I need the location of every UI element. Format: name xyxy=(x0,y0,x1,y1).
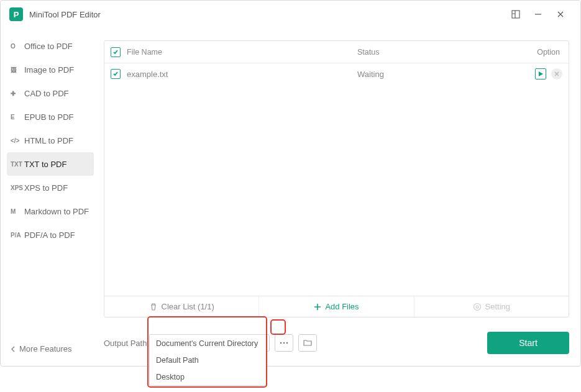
more-features-link[interactable]: More Features xyxy=(7,338,94,360)
svg-point-4 xyxy=(280,342,282,344)
svg-point-3 xyxy=(473,303,480,310)
open-folder-button[interactable] xyxy=(298,334,317,352)
add-files-button[interactable]: Add Files xyxy=(259,296,414,317)
header-status: Status xyxy=(357,48,519,57)
output-option-default-path[interactable]: Default Path xyxy=(150,352,267,368)
file-row[interactable]: example.txt Waiting xyxy=(104,63,569,84)
sidebar: O Office to PDF 🖼 Image to PDF ✚ CAD to … xyxy=(1,28,100,366)
file-toolbar: Clear List (1/1) Add Files Setting xyxy=(104,296,569,317)
titlebar: P MiniTool PDF Editor xyxy=(1,1,580,28)
minimize-button[interactable] xyxy=(527,5,549,24)
select-all-checkbox[interactable] xyxy=(111,47,121,57)
output-option-current-dir[interactable]: Document's Current Directory xyxy=(150,335,267,352)
sidebar-item-cad-to-pdf[interactable]: ✚ CAD to PDF xyxy=(7,81,94,105)
epub-icon: E xyxy=(11,114,24,121)
html-icon: </> xyxy=(11,137,24,144)
file-status: Waiting xyxy=(357,70,519,79)
cad-icon: ✚ xyxy=(11,90,24,97)
sidebar-item-markdown-to-pdf[interactable]: M Markdown to PDF xyxy=(7,199,94,223)
start-button[interactable]: Start xyxy=(487,332,569,354)
browse-path-button[interactable] xyxy=(275,334,293,352)
svg-rect-0 xyxy=(512,11,519,18)
svg-marker-1 xyxy=(539,71,543,76)
file-list-header: File Name Status Option xyxy=(104,41,569,63)
xps-icon: XPS xyxy=(11,185,24,191)
sidebar-item-txt-to-pdf[interactable]: TXT TXT to PDF xyxy=(7,152,94,176)
remove-row-button[interactable] xyxy=(551,68,562,80)
pdfa-icon: P/A xyxy=(11,232,24,239)
main-area: File Name Status Option example.txt Wait… xyxy=(100,28,580,366)
sidebar-item-html-to-pdf[interactable]: </> HTML to PDF xyxy=(7,129,94,152)
office-icon: O xyxy=(11,43,24,50)
sidebar-item-image-to-pdf[interactable]: 🖼 Image to PDF xyxy=(7,58,94,81)
app-title: MiniTool PDF Editor xyxy=(29,10,101,19)
txt-icon: TXT xyxy=(11,161,24,168)
close-window-button[interactable] xyxy=(549,5,572,24)
header-file-name: File Name xyxy=(127,48,357,57)
setting-button[interactable]: Setting xyxy=(414,296,569,317)
markdown-icon: M xyxy=(11,208,24,215)
output-path-label: Output Path: xyxy=(104,339,149,348)
file-list-box: File Name Status Option example.txt Wait… xyxy=(104,40,569,317)
svg-point-2 xyxy=(476,306,478,308)
output-option-desktop[interactable]: Desktop xyxy=(150,368,267,385)
sidebar-item-epub-to-pdf[interactable]: E EPUB to PDF xyxy=(7,105,94,129)
window-frame: P MiniTool PDF Editor O Office to PDF 🖼 … xyxy=(0,0,581,367)
header-option: Option xyxy=(519,48,569,57)
row-checkbox[interactable] xyxy=(111,69,121,79)
sidebar-item-office-to-pdf[interactable]: O Office to PDF xyxy=(7,34,94,58)
convert-row-button[interactable] xyxy=(535,68,546,80)
sidebar-item-xps-to-pdf[interactable]: XPS XPS to PDF xyxy=(7,176,94,199)
image-icon: 🖼 xyxy=(11,66,24,73)
svg-point-6 xyxy=(286,342,288,344)
svg-point-5 xyxy=(283,342,285,344)
sidebar-item-pdfa-to-pdf[interactable]: P/A PDF/A to PDF xyxy=(7,223,94,247)
app-icon: P xyxy=(9,7,23,21)
clear-list-button[interactable]: Clear List (1/1) xyxy=(104,296,259,317)
output-path-dropdown: Document's Current Directory Default Pat… xyxy=(149,334,267,386)
file-name: example.txt xyxy=(127,70,357,79)
collapse-panel-icon[interactable] xyxy=(505,5,527,24)
